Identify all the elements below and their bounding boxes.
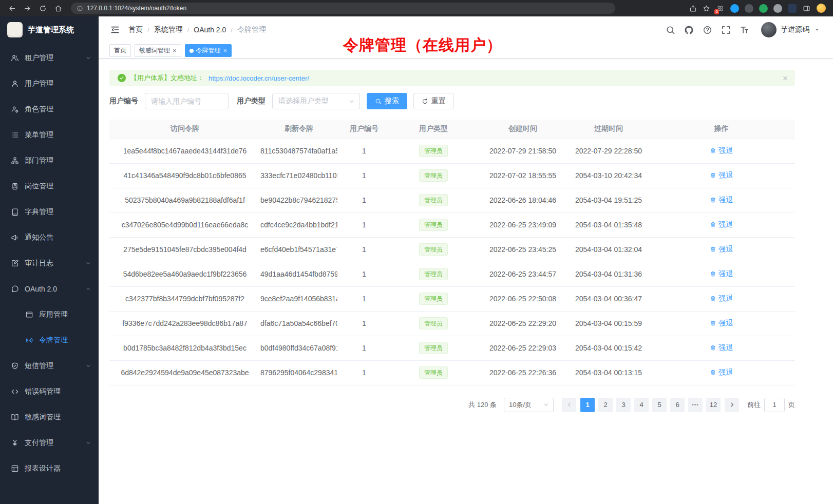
breadcrumb-item[interactable]: 令牌管理 bbox=[237, 25, 266, 34]
force-logout-button[interactable]: 强退 bbox=[710, 319, 733, 328]
force-logout-button[interactable]: 强退 bbox=[710, 368, 733, 377]
force-logout-button[interactable]: 强退 bbox=[710, 343, 733, 353]
breadcrumb-item[interactable]: 首页 bbox=[128, 25, 143, 34]
force-logout-button[interactable]: 强退 bbox=[710, 220, 733, 229]
sidebar-item[interactable]: 部门管理 bbox=[0, 148, 99, 173]
page-number-button[interactable]: 4 bbox=[634, 398, 649, 412]
search-button[interactable]: 搜索 bbox=[367, 93, 407, 109]
sidebar-item[interactable]: 支付管理 bbox=[0, 430, 99, 456]
notice-icon bbox=[11, 234, 19, 242]
breadcrumb-item[interactable]: OAuth 2.0 bbox=[194, 26, 226, 34]
force-logout-button[interactable]: 强退 bbox=[710, 196, 733, 205]
page-number-button[interactable]: 1 bbox=[580, 398, 595, 412]
address-bar[interactable]: 127.0.0.1:1024/system/oauth2/token bbox=[71, 3, 615, 14]
page-number-button[interactable]: ••• bbox=[688, 398, 703, 412]
side-panel-icon[interactable] bbox=[802, 4, 811, 13]
extensions-puzzle-icon[interactable] bbox=[773, 4, 782, 13]
user-menu[interactable]: 芋道源码 bbox=[761, 22, 821, 37]
logo-image bbox=[7, 22, 23, 37]
sidebar-item[interactable]: 错误码管理 bbox=[0, 379, 99, 404]
sidebar-item[interactable]: 报表设计器 bbox=[0, 456, 99, 481]
access-token-cell: 275e5de9151045fe87cbdc395e004f4d bbox=[109, 237, 260, 262]
view-tab[interactable]: 首页 bbox=[109, 44, 131, 57]
prev-page-button[interactable] bbox=[562, 398, 576, 412]
browser-back-button[interactable] bbox=[5, 2, 18, 14]
sidebar-item[interactable]: 字典管理 bbox=[0, 199, 99, 225]
page-number-button[interactable]: 6 bbox=[670, 398, 685, 412]
search-icon[interactable] bbox=[666, 25, 675, 35]
fullscreen-icon[interactable] bbox=[721, 25, 731, 35]
action-cell: 强退 bbox=[648, 360, 795, 385]
sidebar-item[interactable]: OAuth 2.0 bbox=[0, 276, 99, 302]
expire-time-cell: 2054-03-04 00:36:47 bbox=[570, 286, 648, 311]
help-icon[interactable] bbox=[703, 25, 712, 35]
column-header: 用户类型 bbox=[391, 120, 476, 139]
goto-label: 前往 bbox=[747, 400, 761, 410]
extension-icon[interactable] bbox=[788, 4, 797, 13]
alert-close-icon[interactable]: × bbox=[783, 74, 788, 83]
close-tab-icon[interactable]: × bbox=[223, 47, 228, 54]
tenant-icon bbox=[11, 54, 19, 62]
sidebar-toggle-icon[interactable] bbox=[110, 25, 120, 35]
extension-icon[interactable] bbox=[730, 4, 739, 13]
screen: 127.0.0.1:1024/system/oauth2/token 0 芋道管… bbox=[0, 0, 833, 504]
github-icon[interactable] bbox=[684, 25, 694, 35]
alert-doc-link[interactable]: https://doc.iocoder.cn/user-center/ bbox=[209, 74, 309, 82]
sidebar-item[interactable]: 菜单管理 bbox=[0, 122, 99, 148]
reset-button[interactable]: 重置 bbox=[413, 93, 454, 109]
user-id-cell: 1 bbox=[337, 237, 391, 262]
sidebar-item[interactable]: 敏感词管理 bbox=[0, 404, 99, 430]
user-type-tag: 管理员 bbox=[419, 169, 448, 182]
view-tab[interactable]: 敏感词管理 × bbox=[135, 44, 181, 57]
close-tab-icon[interactable]: × bbox=[173, 47, 177, 54]
force-logout-button[interactable]: 强退 bbox=[710, 245, 733, 254]
force-logout-button[interactable]: 强退 bbox=[710, 269, 733, 279]
site-info-icon[interactable] bbox=[77, 5, 83, 12]
force-logout-button[interactable]: 强退 bbox=[710, 146, 733, 156]
user-type-tag: 管理员 bbox=[419, 219, 448, 231]
extension-icon[interactable] bbox=[759, 4, 768, 13]
sidebar-item[interactable]: 短信管理 bbox=[0, 353, 99, 379]
sidebar-item[interactable]: 用户管理 bbox=[0, 71, 99, 96]
force-logout-button[interactable]: 强退 bbox=[710, 171, 733, 180]
user-id-cell: 1 bbox=[337, 212, 391, 237]
page-number-button[interactable]: 12 bbox=[706, 398, 721, 412]
font-size-icon[interactable] bbox=[740, 25, 749, 35]
browser-reload-button[interactable] bbox=[36, 2, 49, 14]
view-tab[interactable]: 令牌管理 × bbox=[185, 44, 232, 57]
chevron-down-icon bbox=[85, 260, 91, 266]
user-type-cell: 管理员 bbox=[391, 139, 476, 163]
page-number-button[interactable]: 2 bbox=[598, 398, 613, 412]
page-number-button[interactable]: 5 bbox=[652, 398, 667, 412]
browser-forward-button[interactable] bbox=[21, 2, 34, 14]
goto-page-input[interactable] bbox=[764, 398, 785, 412]
sidebar-item[interactable]: 角色管理 bbox=[0, 96, 99, 122]
breadcrumb-item[interactable]: 系统管理 bbox=[154, 25, 183, 34]
sidebar-item-label: 部门管理 bbox=[25, 156, 91, 165]
user-type-select[interactable]: 请选择用户类型 bbox=[272, 93, 360, 109]
user-id-input[interactable] bbox=[145, 93, 229, 109]
page-number-button[interactable]: 3 bbox=[616, 398, 631, 412]
sidebar-item[interactable]: 通知公告 bbox=[0, 225, 99, 250]
browser-home-button[interactable] bbox=[51, 2, 65, 14]
page-numbers: 1 2 3 4 5 6 •• bbox=[580, 398, 721, 412]
refresh-icon bbox=[422, 98, 428, 105]
browser-profile-avatar[interactable] bbox=[817, 4, 826, 13]
app-logo[interactable]: 芋道管理系统 bbox=[0, 16, 99, 43]
errcode-icon bbox=[11, 387, 19, 396]
refresh-token-cell: cdfc4ce9c2da4bb1bdf21b9918ff4be5 bbox=[260, 212, 337, 237]
next-page-button[interactable] bbox=[725, 398, 739, 412]
extension-icon[interactable]: 0 bbox=[716, 4, 725, 13]
sidebar-item[interactable]: 令牌管理 bbox=[0, 327, 99, 353]
column-header: 创建时间 bbox=[476, 120, 570, 139]
sidebar-item[interactable]: 应用管理 bbox=[0, 302, 99, 327]
sidebar-item[interactable]: 岗位管理 bbox=[0, 173, 99, 199]
bookmark-star-icon[interactable] bbox=[703, 5, 710, 12]
extension-icon[interactable] bbox=[745, 4, 753, 13]
page-size-select[interactable]: 10条/页 bbox=[504, 398, 554, 412]
force-logout-button[interactable]: 强退 bbox=[710, 294, 733, 303]
refresh-token-cell: 333ecfc71e02480cb11055c875c3ca0f bbox=[260, 163, 337, 188]
sidebar-item[interactable]: 审计日志 bbox=[0, 250, 99, 276]
sidebar-item[interactable]: 租户管理 bbox=[0, 45, 99, 71]
share-icon[interactable] bbox=[689, 5, 697, 12]
